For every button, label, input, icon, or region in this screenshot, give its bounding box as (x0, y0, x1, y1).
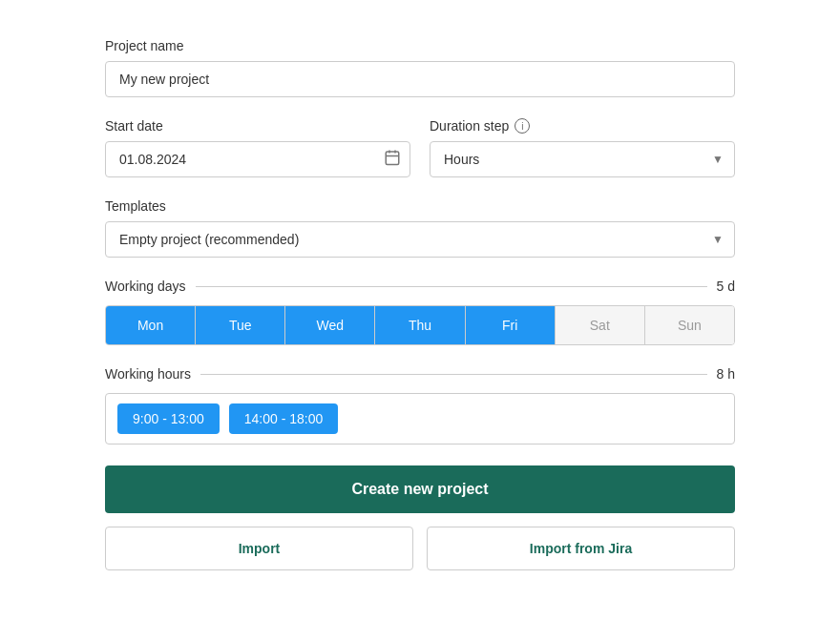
working-hours-section: Working hours 8 h 9:00 - 13:00 14:00 - 1… (105, 366, 735, 445)
day-btn-tue[interactable]: Tue (196, 306, 285, 344)
project-name-group: Project name (105, 38, 735, 97)
duration-step-group: Duration step i Hours Days Weeks ▼ (430, 118, 735, 177)
day-btn-wed[interactable]: Wed (285, 306, 375, 344)
project-name-input[interactable] (105, 61, 735, 97)
time-slot-morning[interactable]: 9:00 - 13:00 (117, 403, 220, 434)
working-hours-title: Working hours (105, 366, 200, 382)
working-days-divider (196, 286, 707, 287)
hours-row: 9:00 - 13:00 14:00 - 18:00 (105, 393, 735, 445)
day-btn-sat[interactable]: Sat (556, 306, 645, 344)
project-name-label: Project name (105, 38, 735, 53)
working-hours-divider (200, 374, 707, 375)
start-date-group: Start date (105, 118, 410, 177)
start-date-label: Start date (105, 118, 410, 134)
time-slot-afternoon[interactable]: 14:00 - 18:00 (229, 403, 339, 434)
duration-label-row: Duration step i (430, 118, 735, 134)
working-hours-header: Working hours 8 h (105, 366, 735, 382)
day-btn-sun[interactable]: Sun (645, 306, 734, 344)
day-btn-mon[interactable]: Mon (106, 306, 196, 344)
templates-select-wrapper: Empty project (recommended) ▼ (105, 221, 735, 258)
create-project-button[interactable]: Create new project (105, 465, 735, 513)
days-row: Mon Tue Wed Thu Fri Sat Sun (105, 305, 735, 345)
import-jira-button[interactable]: Import from Jira (427, 527, 735, 570)
date-duration-row: Start date Duration step i (105, 118, 735, 177)
import-button[interactable]: Import (105, 527, 413, 570)
info-icon[interactable]: i (514, 118, 530, 134)
form-container: Project name Start date Duration s (105, 19, 735, 589)
day-btn-fri[interactable]: Fri (466, 306, 556, 344)
working-days-value: 5 d (707, 279, 735, 294)
templates-group: Templates Empty project (recommended) ▼ (105, 198, 735, 258)
duration-step-select[interactable]: Hours Days Weeks (430, 141, 735, 177)
working-days-section: Working days 5 d Mon Tue Wed Thu Fri Sat… (105, 279, 735, 345)
import-row: Import Import from Jira (105, 527, 735, 570)
date-input-wrapper (105, 141, 410, 177)
templates-select[interactable]: Empty project (recommended) (105, 221, 735, 258)
duration-step-label: Duration step (430, 118, 509, 134)
day-btn-thu[interactable]: Thu (375, 306, 465, 344)
start-date-input[interactable] (105, 141, 410, 177)
working-days-title: Working days (105, 279, 196, 294)
working-hours-value: 8 h (707, 366, 735, 382)
working-days-header: Working days 5 d (105, 279, 735, 294)
duration-select-wrapper: Hours Days Weeks ▼ (430, 141, 735, 177)
templates-label: Templates (105, 198, 735, 214)
